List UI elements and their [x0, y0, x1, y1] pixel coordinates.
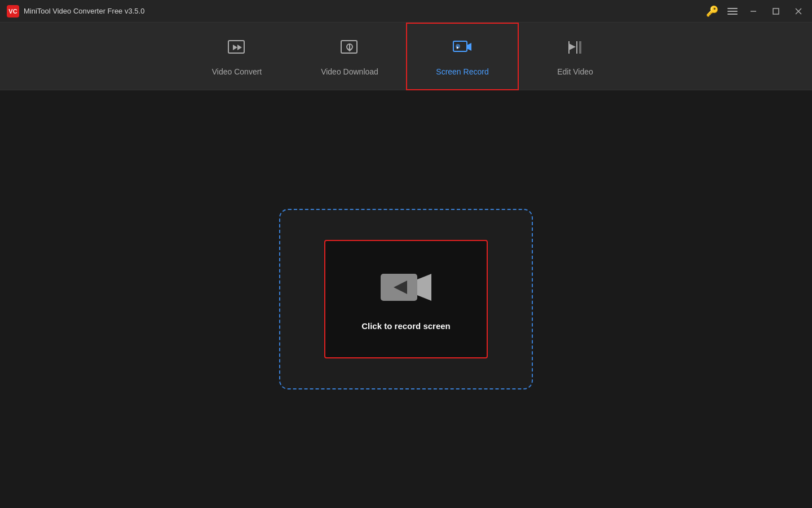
video-convert-icon — [226, 37, 248, 62]
close-button[interactable] — [792, 5, 805, 18]
tab-video-download[interactable]: Video Download — [293, 23, 406, 90]
record-outer-container: Click to record screen — [279, 209, 533, 389]
svg-rect-1 — [773, 8, 779, 14]
tab-video-download-label: Video Download — [321, 67, 378, 76]
tab-screen-record-label: Screen Record — [436, 67, 488, 76]
tab-edit-video-label: Edit Video — [557, 67, 593, 76]
tab-video-convert-label: Video Convert — [212, 67, 262, 76]
maximize-button[interactable] — [769, 5, 783, 18]
main-content: Click to record screen — [0, 90, 812, 508]
tab-edit-video[interactable]: Edit Video — [519, 23, 632, 90]
record-camera-icon — [378, 268, 434, 310]
minimize-button[interactable] — [747, 5, 760, 18]
title-bar-controls: 🔑 — [706, 5, 805, 18]
video-download-icon — [339, 37, 360, 62]
tab-video-convert[interactable]: Video Convert — [180, 23, 293, 90]
menu-icon[interactable] — [727, 8, 738, 15]
record-label: Click to record screen — [361, 321, 451, 331]
tab-screen-record[interactable]: Screen Record — [406, 23, 519, 90]
screen-record-icon — [452, 37, 473, 62]
app-title: MiniTool Video Converter Free v3.5.0 — [24, 7, 144, 15]
edit-video-icon — [564, 37, 586, 62]
title-bar: VC MiniTool Video Converter Free v3.5.0 … — [0, 0, 812, 23]
app-logo: VC — [7, 5, 19, 17]
nav-bar: Video Convert Video Download Screen Reco… — [0, 23, 812, 90]
record-screen-button[interactable]: Click to record screen — [324, 240, 488, 358]
title-bar-left: VC MiniTool Video Converter Free v3.5.0 — [7, 5, 144, 17]
key-icon[interactable]: 🔑 — [706, 5, 718, 17]
